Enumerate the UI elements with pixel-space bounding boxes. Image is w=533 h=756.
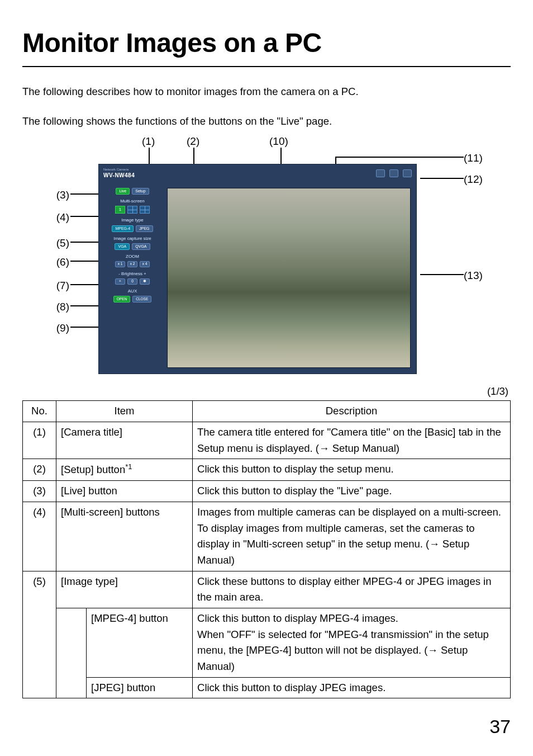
callout-8: (8) [45, 299, 69, 315]
live-page-table: No. Item Description (1) [Camera title] … [22, 400, 511, 698]
row4-desc: Images from multiple cameras can be disp… [193, 502, 511, 571]
callout-12: (12) [464, 171, 488, 187]
camera-model: WV-NW484 [103, 171, 135, 180]
header-icons [376, 169, 412, 177]
callout-5: (5) [45, 235, 69, 251]
live-page-figure: (1) (2) (10) (11) (12) (13) (3) (4) (5) … [23, 133, 510, 379]
callout-7: (7) [45, 277, 69, 294]
zoom-x2-button[interactable]: x 2 [127, 261, 137, 267]
table-page-indicator: (1/3) [22, 384, 508, 400]
live-button[interactable]: Live [116, 188, 130, 195]
callout-4: (4) [45, 209, 69, 225]
callout-10: (10) [269, 133, 288, 149]
row5-item: [Image type] [56, 571, 193, 608]
callout-11: (11) [464, 150, 488, 166]
row5-desc: Click these buttons to display either MP… [193, 571, 511, 608]
brightness-up-button[interactable]: ✱ [140, 278, 150, 285]
row5b-item: [JPEG] button [87, 677, 193, 698]
th-item: Item [56, 401, 193, 422]
zoom-x4-button[interactable]: x 4 [140, 261, 150, 267]
intro-paragraph-1: The following describes how to monitor i… [22, 84, 511, 100]
qvga-button[interactable]: QVGA [132, 243, 150, 250]
callout-9: (9) [45, 320, 69, 336]
title-rule [22, 66, 511, 67]
snapshot-icon[interactable] [389, 169, 398, 177]
multiscreen-1[interactable]: 1 [115, 206, 125, 214]
row2-item: [Setup] button*1 [56, 459, 193, 481]
camera-header: Network Camera WV-NW484 [103, 168, 412, 180]
multiscreen-1-4[interactable] [127, 206, 137, 214]
multiscreen-5-8[interactable] [140, 206, 150, 214]
callout-13-line [420, 274, 464, 275]
brightness-label: - Brightness + [103, 271, 161, 277]
row1-no: (1) [23, 422, 56, 459]
jpeg-button[interactable]: JPEG [136, 225, 153, 232]
row5-no: (5) [23, 571, 56, 698]
setup-button[interactable]: Setup [132, 188, 149, 195]
callout-6: (6) [45, 254, 69, 270]
zoom-label: ZOOM [103, 253, 161, 260]
image-type-label: Image type [103, 217, 161, 224]
row2-no: (2) [23, 459, 56, 481]
intro-paragraph-2: The following shows the functions of the… [22, 114, 511, 130]
row1-item: [Camera title] [56, 422, 193, 459]
zoom-x1-button[interactable]: x 1 [115, 261, 125, 267]
page-number: 37 [22, 712, 511, 741]
row5-sub-spacer [56, 608, 87, 698]
fullscreen-icon[interactable] [403, 169, 412, 177]
th-desc: Description [193, 401, 511, 422]
main-video-area [167, 188, 411, 368]
aux-open-button[interactable]: OPEN [113, 296, 130, 303]
row3-desc: Click this button to display the "Live" … [193, 481, 511, 502]
row5a-desc: Click this button to display MPEG-4 imag… [193, 608, 511, 677]
row1-desc: The camera title entered for "Camera tit… [193, 422, 511, 459]
th-no: No. [23, 401, 56, 422]
callout-12-line [420, 178, 464, 179]
row5b-desc: Click this button to display JPEG images… [193, 677, 511, 698]
callout-3: (3) [45, 187, 69, 203]
alarm-icon[interactable] [376, 169, 385, 177]
brightness-down-button[interactable]: + [115, 278, 125, 285]
row4-no: (4) [23, 502, 56, 571]
vga-button[interactable]: VGA [115, 243, 130, 250]
aux-label: AUX [103, 288, 161, 295]
row3-no: (3) [23, 481, 56, 502]
aux-close-button[interactable]: CLOSE [132, 296, 151, 303]
row2-desc: Click this button to display the setup m… [193, 459, 511, 481]
row4-item: [Multi-screen] buttons [56, 502, 193, 571]
multiscreen-label: Multi-screen [103, 198, 161, 205]
capture-size-label: Image capture size [103, 235, 161, 242]
callout-13: (13) [464, 267, 488, 284]
mpeg4-button[interactable]: MPEG-4 [112, 225, 134, 232]
row3-item: [Live] button [56, 481, 193, 502]
callout-11-hline [335, 157, 464, 158]
camera-sidebar: Live Setup Multi-screen 1 Image type MPE… [103, 188, 161, 306]
camera-ui-panel: Network Camera WV-NW484 Live Setup Multi… [98, 164, 417, 374]
brightness-reset-button[interactable]: 0 [127, 278, 137, 285]
row5a-item: [MPEG-4] button [87, 608, 193, 677]
page-title: Monitor Images on a PC [22, 22, 511, 64]
